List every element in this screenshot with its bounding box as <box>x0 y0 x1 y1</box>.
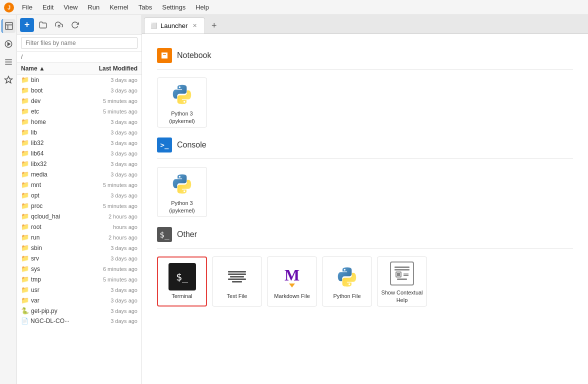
file-item-name: 📁opt <box>21 192 40 199</box>
sidebar-files-btn[interactable] <box>2 19 16 33</box>
pythonfile-label: Python File <box>333 292 360 300</box>
menu-file[interactable]: File <box>18 2 36 12</box>
list-item[interactable]: 📁sys 6 minutes ago <box>17 264 142 274</box>
menu-view[interactable]: View <box>60 2 82 12</box>
list-item[interactable]: 📁usr 3 days ago <box>17 284 142 295</box>
contextual-icon-box <box>390 262 414 286</box>
list-item[interactable]: 📁srv 3 days ago <box>17 253 142 264</box>
folder-icon: 📁 <box>21 118 29 126</box>
other-section-title: Other <box>177 230 197 239</box>
name-column-header: Name ▲ <box>21 65 45 72</box>
list-item[interactable]: 📁libx32 3 days ago <box>17 158 142 169</box>
text-line-4 <box>228 278 246 280</box>
text-line-2 <box>228 274 246 275</box>
folder-icon: 📁 <box>21 108 29 115</box>
list-item[interactable]: 📁lib 3 days ago <box>17 127 142 138</box>
markdown-card[interactable]: M Markdown File <box>267 256 317 306</box>
breadcrumb: / <box>17 52 142 63</box>
file-search-input[interactable] <box>21 37 138 49</box>
ctx-mini-lines <box>404 274 408 276</box>
file-item-name: 📁sys <box>21 265 40 272</box>
list-item[interactable]: 📁bin 3 days ago <box>17 74 142 85</box>
folder-icon: 📁 <box>21 170 29 178</box>
ctx-line-2 <box>394 269 410 270</box>
markdown-m-icon: M <box>284 266 300 284</box>
list-item[interactable]: 📁mnt 5 minutes ago <box>17 180 142 190</box>
ctx-mini-line-2 <box>404 275 408 276</box>
list-item[interactable]: 📄 NGC-DL-CO··· 3 days ago <box>17 316 142 326</box>
textfile-icon <box>224 263 251 290</box>
list-item[interactable]: 📁run 2 hours ago <box>17 232 142 242</box>
markdown-icon: M <box>278 263 306 290</box>
list-item[interactable]: 📁lib64 3 days ago <box>17 148 142 158</box>
tab-bar: ⬜ Launcher ✕ + <box>142 15 588 34</box>
list-item[interactable]: 📁opt 3 days ago <box>17 190 142 200</box>
notebook-section-header: Notebook <box>157 48 573 63</box>
notebook-python3-card[interactable]: Python 3(ipykernel) <box>157 78 207 128</box>
list-item[interactable]: 📁sbin 3 days ago <box>17 242 142 253</box>
console-python3-card[interactable]: Python 3(ipykernel) <box>157 167 207 217</box>
menu-help[interactable]: Help <box>192 2 213 12</box>
ctx-line-1 <box>394 266 410 268</box>
sidebar-running-btn[interactable] <box>2 37 16 51</box>
folder-icon: 📁 <box>21 234 29 241</box>
breadcrumb-path: / <box>21 54 22 60</box>
sidebar-commands-btn[interactable] <box>2 55 16 69</box>
new-tab-button[interactable]: + <box>207 18 221 32</box>
folder-icon: 📁 <box>21 181 29 188</box>
new-folder-button[interactable] <box>36 18 50 32</box>
contextual-help-card[interactable]: Show ContextualHelp <box>377 256 427 306</box>
list-item[interactable]: 📁proc 5 minutes ago <box>17 200 142 211</box>
menu-kernel[interactable]: Kernel <box>106 2 132 12</box>
tab-launcher[interactable]: ⬜ Launcher ✕ <box>144 18 205 34</box>
pythonfile-card[interactable]: Python File <box>322 256 372 306</box>
list-item[interactable]: 📁media 3 days ago <box>17 169 142 180</box>
list-item[interactable]: 📁dev 5 minutes ago <box>17 96 142 106</box>
list-item[interactable]: 📁qcloud_hai 2 hours ago <box>17 211 142 222</box>
last-modified-column-header: Last Modified <box>99 65 138 72</box>
file-item-name: 📁bin <box>21 76 39 84</box>
menu-run[interactable]: Run <box>84 2 104 12</box>
list-item[interactable]: 📁etc 5 minutes ago <box>17 106 142 116</box>
folder-icon: 📁 <box>21 97 29 104</box>
file-toolbar: + <box>17 15 142 35</box>
list-item[interactable]: 📁boot 3 days ago <box>17 85 142 96</box>
file-item-name: 📁boot <box>21 86 42 94</box>
list-item[interactable]: 📁home 3 days ago <box>17 116 142 127</box>
ctx-mini-inner <box>397 273 400 276</box>
main-content: ⬜ Launcher ✕ + Notebook <box>142 15 588 384</box>
tab-close-button[interactable]: ✕ <box>190 22 198 30</box>
file-item-name: 📁lib <box>21 128 37 136</box>
contextual-help-icon <box>388 260 416 287</box>
folder-icon: 📁 <box>21 76 29 84</box>
refresh-button[interactable] <box>68 18 82 32</box>
file-item-name: 📁srv <box>21 254 39 262</box>
sort-icon: ▲ <box>39 65 45 72</box>
text-line-5 <box>232 281 242 282</box>
other-section-icon: $_ <box>157 227 172 242</box>
upload-button[interactable] <box>52 18 66 32</box>
list-item[interactable]: 📁root hours ago <box>17 222 142 232</box>
notebook-divider <box>157 69 573 70</box>
file-item-name: 📁media <box>21 170 48 178</box>
menu-tabs[interactable]: Tabs <box>134 2 156 12</box>
terminal-icon: $_ <box>168 263 196 290</box>
menubar: J File Edit View Run Kernel Tabs Setting… <box>0 0 588 15</box>
terminal-card[interactable]: $_ Terminal <box>157 256 207 306</box>
textfile-card[interactable]: Text File <box>212 256 262 306</box>
sidebar-extensions-btn[interactable] <box>2 73 16 87</box>
list-item[interactable]: 📁lib32 3 days ago <box>17 138 142 148</box>
menu-edit[interactable]: Edit <box>38 2 58 12</box>
file-item-name: 📁usr <box>21 286 40 294</box>
new-launcher-button[interactable]: + <box>20 18 34 32</box>
list-item[interactable]: 📁var 3 days ago <box>17 295 142 306</box>
file-item-name: 📁etc <box>21 108 39 115</box>
terminal-icon-box: $_ <box>168 263 196 290</box>
markdown-label: Markdown File <box>274 292 310 300</box>
list-item[interactable]: 🐍 get-pip.py 3 days ago <box>17 306 142 316</box>
menu-settings[interactable]: Settings <box>158 2 190 12</box>
notebook-section-icon <box>157 48 172 63</box>
file-list: 📁bin 3 days ago 📁boot 3 days ago 📁dev 5 … <box>17 74 142 384</box>
folder-icon: 📁 <box>21 86 29 94</box>
list-item[interactable]: 📁tmp 5 minutes ago <box>17 274 142 284</box>
